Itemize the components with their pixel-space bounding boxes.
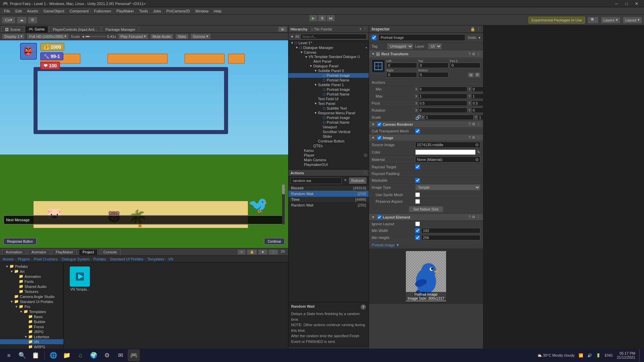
layer-dropdown[interactable]: UI: [428, 43, 442, 49]
hier-canvas[interactable]: ▼ Canvas: [288, 50, 369, 55]
hier-dialogue-manager[interactable]: ▼ ⬡ Dialogue Manager ●: [288, 45, 369, 50]
actions-options-icon[interactable]: ⋮: [363, 171, 367, 175]
min-height-checkbox[interactable]: [415, 235, 420, 240]
tab-animation[interactable]: Animation: [2, 249, 26, 255]
taskbar-unity[interactable]: 🎮: [128, 349, 140, 361]
breadcrumb-pixel-crushers[interactable]: Pixel Crushers: [34, 257, 58, 261]
color-edit-icon[interactable]: ✎: [477, 150, 480, 155]
min-width-input[interactable]: [421, 228, 480, 233]
source-image-picker-icon[interactable]: ⊙: [475, 142, 479, 147]
mute-audio-button[interactable]: Mute Audio: [150, 34, 173, 39]
hier-subtitle-text[interactable]: ⬡ Subtitle Text: [288, 106, 369, 111]
raycast-target-checkbox[interactable]: [415, 165, 420, 169]
layers-dropdown[interactable]: Layers ▾: [601, 17, 620, 23]
menu-fullscreen[interactable]: Fullscreen: [91, 8, 114, 14]
rect-transform-settings-icon[interactable]: ⚙: [472, 52, 475, 56]
search-button[interactable]: 🔍: [588, 17, 598, 23]
taskbar-explorer2[interactable]: 📁: [61, 349, 73, 361]
tag-dropdown[interactable]: Untagged: [387, 43, 413, 49]
taskbar-taskview[interactable]: 📋: [30, 349, 42, 361]
layout-settings-icon[interactable]: ⚙: [472, 215, 475, 219]
tree-standard-ui-prefabs[interactable]: ▼ 📁 Standard UI Prefabs: [0, 299, 63, 304]
breadcrumb-plugins[interactable]: Plugins: [18, 257, 30, 261]
image-section-checkbox[interactable]: [377, 136, 381, 140]
hier-level1[interactable]: ▼ ⬡ Level 1*: [288, 41, 369, 45]
tree-art[interactable]: ▼ 📁 Art: [0, 269, 63, 274]
tree-templates[interactable]: ▼ 📁 Templates: [0, 309, 63, 314]
tree-shared-audio[interactable]: 📁 Shared Audio: [0, 284, 63, 289]
tree-fonts[interactable]: 📁 Fonts: [0, 279, 63, 284]
maskable-checkbox[interactable]: [415, 178, 420, 183]
hier-text-field-ui[interactable]: Text Field UI: [288, 97, 369, 101]
tree-letterbox[interactable]: ▼ 📁 Letterbox: [0, 334, 63, 339]
scale-y-input[interactable]: [478, 115, 483, 120]
display-dropdown[interactable]: Display 1 ▾: [2, 34, 25, 39]
start-button[interactable]: ⊞: [3, 349, 15, 361]
set-native-size-button[interactable]: Set Native Size: [409, 206, 443, 212]
static-dropdown-icon[interactable]: ▾: [479, 36, 480, 40]
project-lock-button[interactable]: 🔒: [247, 249, 257, 255]
layout-element-checkbox[interactable]: [377, 215, 381, 219]
portrait-image-preview-header[interactable]: Portrait Image ▼: [369, 241, 483, 248]
image-info-icon[interactable]: ?: [469, 135, 471, 140]
hierarchy-search-input[interactable]: [301, 34, 367, 39]
image-options-icon[interactable]: ⋮: [477, 135, 480, 140]
tile-palette-tab[interactable]: Tile Palette: [314, 27, 332, 31]
canvas-renderer-options[interactable]: ⋮: [477, 122, 480, 126]
canvas-renderer-settings[interactable]: ⚙: [472, 122, 475, 126]
menu-edit[interactable]: Edit: [13, 8, 24, 14]
hier-portrait-name-2[interactable]: ⬡ Portrait Name: [288, 120, 369, 125]
hier-subtitle-panel-0[interactable]: ▼ Subtitle Panel 0: [288, 68, 369, 73]
stats-button[interactable]: Stats: [175, 34, 189, 39]
rotation-x-input[interactable]: [418, 108, 467, 113]
inspector-options-icon[interactable]: ⋮: [477, 27, 480, 32]
image-section[interactable]: ▼ Image ? ⚙ ⋮: [369, 134, 483, 141]
rect-transform-section[interactable]: ▼ ⊞ Rect Transform ? ⚙ ⋮: [369, 50, 483, 58]
hier-portrait-image-1[interactable]: ⬡ Portrait Image: [288, 87, 369, 92]
use-sprite-mesh-checkbox[interactable]: [415, 192, 420, 197]
menu-help[interactable]: Help: [211, 8, 224, 14]
taskbar-settings[interactable]: ⚙: [101, 349, 113, 361]
anchor-min-x-input[interactable]: [418, 86, 467, 92]
tree-vn[interactable]: 📁 VN: [0, 339, 63, 344]
stretch-selector[interactable]: [372, 59, 385, 73]
tree-prefabs[interactable]: ▼ 📁 Prefabs: [0, 264, 63, 269]
breadcrumb-dialogue-system[interactable]: Dialogue System: [62, 257, 90, 261]
breadcrumb-vn[interactable]: VN: [168, 257, 173, 261]
hier-playmaker-gui[interactable]: PlaymakerGUI: [288, 162, 369, 167]
play-button[interactable]: ▶: [309, 15, 317, 21]
hier-karou[interactable]: Karou: [288, 148, 369, 153]
color-picker[interactable]: [415, 149, 476, 155]
menu-window[interactable]: Window: [193, 8, 211, 14]
tree-camera-angle[interactable]: 📁 Camera Angle Studio: [0, 294, 63, 299]
hier-dialogue-panel[interactable]: ▼ Dialogue Panel: [288, 64, 369, 68]
menu-file[interactable]: File: [1, 8, 13, 14]
menu-tools[interactable]: Tools: [137, 8, 151, 14]
hier-response-menu[interactable]: ▼ Response Menu Panel: [288, 111, 369, 115]
hier-subtitle-panel-1[interactable]: ▼ Subtitle Panel 1: [288, 82, 369, 87]
hier-portrait-name-0[interactable]: ⬡ Portrait Name: [288, 78, 369, 82]
ignore-layout-checkbox[interactable]: [415, 222, 420, 226]
layout-element-section[interactable]: ▼ Layout Element ? ⚙ ⋮: [369, 214, 483, 221]
tree-basic[interactable]: 📁 Basic: [0, 314, 63, 319]
hier-viewport[interactable]: Viewport: [288, 125, 369, 129]
tray-battery[interactable]: 🔋: [596, 353, 601, 358]
canvas-renderer-section[interactable]: ▼ Canvas Renderer ? ⚙ ⋮: [369, 121, 483, 128]
hier-qtes[interactable]: QTEs: [288, 143, 369, 148]
tab-animator[interactable]: Animator: [28, 249, 50, 255]
rect-edit-button[interactable]: ⊞: [468, 72, 474, 77]
pause-button[interactable]: ⏸: [318, 15, 326, 21]
tab-project[interactable]: Project: [79, 249, 98, 255]
close-button[interactable]: ✕: [632, 0, 641, 7]
menu-playmaker[interactable]: PlayMaker: [114, 8, 137, 14]
breadcrumb-standard-ui[interactable]: Standard UI Prefabs: [110, 257, 144, 261]
collab-button[interactable]: ⚙: [28, 17, 37, 23]
taskbar-explorer[interactable]: 🔍: [16, 349, 28, 361]
breadcrumb-assets[interactable]: Assets: [3, 257, 14, 261]
tab-playmaker[interactable]: PlayMaker: [52, 249, 77, 255]
object-active-checkbox[interactable]: [372, 35, 376, 40]
rotation-y-input[interactable]: [471, 108, 483, 113]
preserve-aspect-checkbox[interactable]: [415, 199, 420, 204]
experimental-packages-button[interactable]: Experimental Packages In Use: [529, 17, 585, 23]
hier-portrait-name-1[interactable]: ⬡ Portrait Name: [288, 92, 369, 97]
